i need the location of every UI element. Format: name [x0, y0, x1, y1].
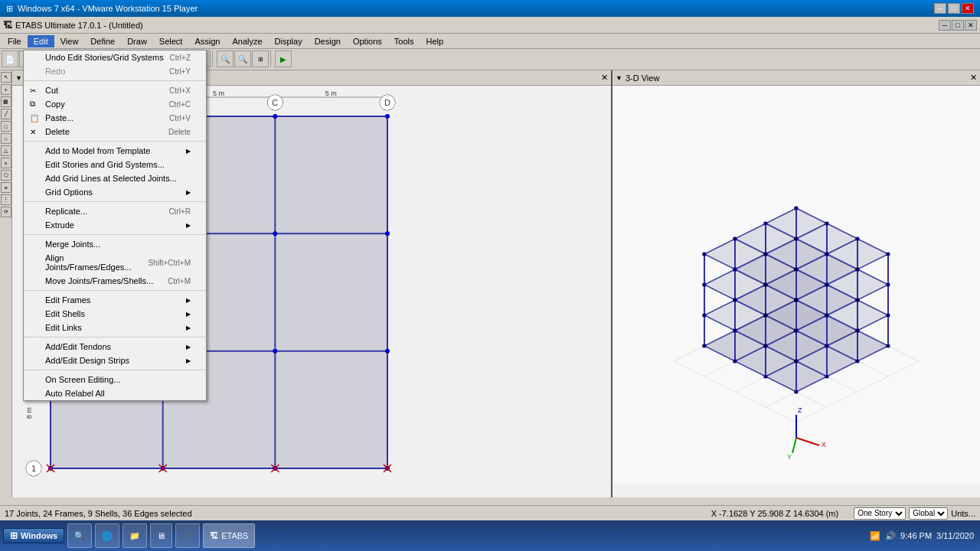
plan-view-close[interactable]: ✕ — [601, 73, 608, 83]
app-minimize-button[interactable]: ─ — [939, 20, 951, 31]
cm-replicate-label: Replicate... — [45, 207, 87, 216]
cm-copy-label: Copy — [45, 99, 65, 109]
cm-on-screen-editing[interactable]: On Screen Editing... — [24, 373, 206, 386]
cm-replicate-shortcut: Ctrl+R — [168, 207, 191, 216]
coord-sys-dropdown[interactable]: Global — [909, 507, 948, 520]
taskbar-search[interactable]: 🔍 — [67, 523, 92, 548]
cm-copy[interactable]: ⧉ Copy Ctrl+C — [24, 97, 206, 111]
left-tool-1[interactable]: ↖ — [1, 72, 11, 83]
minimize-button[interactable]: ─ — [934, 3, 946, 14]
cm-sep-2 — [24, 141, 206, 142]
cm-extrude[interactable]: Extrude ▶ — [24, 218, 206, 232]
app-controls[interactable]: ─ □ ✕ — [939, 20, 977, 31]
cm-add-tendons-label: Add/Edit Tendons — [45, 342, 111, 351]
cm-design-strips-arrow: ▶ — [186, 357, 191, 364]
cm-redo[interactable]: Redo Ctrl+Y — [24, 64, 206, 78]
story-dropdown[interactable]: One Story — [854, 507, 906, 520]
status-selection: 17 Joints, 24 Frames, 9 Shells, 36 Edges… — [5, 509, 192, 518]
plan-view-arrow-down[interactable]: ▼ — [15, 74, 22, 82]
cm-cut-shortcut: Ctrl+X — [169, 86, 191, 95]
left-tool-5[interactable]: □ — [1, 121, 11, 132]
menu-select[interactable]: Select — [153, 35, 189, 47]
cm-edit-shells[interactable]: Edit Shells ▶ — [24, 307, 206, 321]
cm-paste-shortcut: Ctrl+V — [169, 114, 191, 122]
cm-add-template[interactable]: Add to Model from Template ▶ — [24, 144, 206, 158]
cm-paste[interactable]: 📋 Paste... Ctrl+V — [24, 111, 206, 125]
cm-undo[interactable]: Undo Edit Stories/Grid Systems Ctrl+Z — [24, 51, 206, 64]
cm-merge-joints[interactable]: Merge Joints... — [24, 237, 206, 251]
title-bar-controls[interactable]: ─ □ ✕ — [934, 3, 974, 14]
cm-grid-options[interactable]: Grid Options ▶ — [24, 185, 206, 199]
cm-add-grid-lines[interactable]: Add Grid Lines at Selected Joints... — [24, 171, 206, 185]
cm-cut[interactable]: ✂ Cut Ctrl+X — [24, 83, 206, 97]
start-button[interactable]: ⊞ Windows — [3, 528, 64, 543]
cm-cut-label: Cut — [45, 86, 58, 95]
menu-view[interactable]: View — [54, 35, 85, 47]
menu-analyze[interactable]: Analyze — [226, 35, 268, 47]
cm-design-strips[interactable]: Add/Edit Design Strips ▶ — [24, 354, 206, 367]
maximize-button[interactable]: □ — [948, 3, 960, 14]
cm-edit-frames-arrow: ▶ — [186, 297, 191, 304]
left-tool-9[interactable]: ⬡ — [1, 170, 11, 181]
menu-display[interactable]: Display — [269, 35, 309, 47]
etabs-label: ETABS — [221, 531, 248, 540]
cm-delete[interactable]: ✕ Delete Delete — [24, 125, 206, 139]
cm-add-template-arrow: ▶ — [186, 148, 191, 155]
left-tool-10[interactable]: ≡ — [1, 182, 11, 193]
tray-volume: 🔊 — [885, 531, 896, 541]
menu-edit[interactable]: Edit — [28, 35, 54, 47]
left-tool-7[interactable]: △ — [1, 145, 11, 156]
cm-align-joints[interactable]: Align Joints/Frames/Edges... Shift+Ctrl+… — [24, 251, 206, 274]
left-tool-4[interactable]: ╱ — [1, 109, 11, 119]
app-close-button[interactable]: ✕ — [965, 20, 977, 31]
left-tool-8[interactable]: × — [1, 158, 11, 168]
close-button[interactable]: ✕ — [962, 3, 974, 14]
left-tool-2[interactable]: + — [1, 84, 11, 95]
left-tool-11[interactable]: ⋮ — [1, 194, 11, 205]
tb-new[interactable]: 📄 — [2, 51, 18, 67]
cm-undo-shortcut: Ctrl+Z — [170, 54, 191, 62]
left-tool-12[interactable]: ⟳ — [1, 207, 11, 217]
menu-file[interactable]: File — [2, 35, 28, 47]
menu-assign[interactable]: Assign — [188, 35, 226, 47]
menu-tools[interactable]: Tools — [388, 35, 420, 47]
taskbar: ⊞ Windows 🔍 🌐 📁 🖥 🎵 🏗 ETABS 📶 🔊 9:46 PM … — [0, 520, 980, 551]
sys-tray: 📶 🔊 9:46 PM 3/11/2020 — [870, 531, 977, 541]
cm-move-joints-label: Move Joints/Frames/Shells... — [45, 276, 153, 285]
windows-icon: ⊞ — [10, 530, 18, 541]
cm-extrude-label: Extrude — [45, 220, 74, 230]
cm-edit-links[interactable]: Edit Links ▶ — [24, 321, 206, 334]
taskbar-vmware[interactable]: 🖥 — [150, 523, 172, 548]
cm-move-joints[interactable]: Move Joints/Frames/Shells... Ctrl+M — [24, 274, 206, 288]
menu-options[interactable]: Options — [347, 35, 388, 47]
menu-define[interactable]: Define — [84, 35, 121, 47]
menu-design[interactable]: Design — [309, 35, 347, 47]
threed-view-arrow-down[interactable]: ▼ — [616, 74, 622, 82]
threed-canvas[interactable] — [612, 86, 980, 484]
context-menu: Undo Edit Stories/Grid Systems Ctrl+Z Re… — [23, 50, 207, 401]
left-tool-3[interactable]: ▦ — [1, 96, 11, 107]
cm-delete-icon: ✕ — [30, 128, 36, 136]
tb-zoom-fit[interactable]: ⊞ — [252, 51, 269, 67]
app-bar: 🏗 ETABS Ultimate 17.0.1 - (Untitled) ─ □… — [0, 17, 980, 34]
cm-grid-options-arrow: ▶ — [186, 189, 191, 196]
tb-run[interactable]: ▶ — [275, 51, 292, 67]
menu-help[interactable]: Help — [420, 35, 450, 47]
cm-edit-frames[interactable]: Edit Frames ▶ — [24, 293, 206, 307]
taskbar-etabs[interactable]: 🏗 ETABS — [203, 523, 255, 548]
taskbar-explorer[interactable]: 📁 — [122, 523, 147, 548]
cm-edit-stories[interactable]: Edit Stories and Grid Systems... — [24, 158, 206, 171]
status-coords: X -7.1628 Y 25.908 Z 14.6304 (m) — [711, 509, 839, 518]
threed-view-close[interactable]: ✕ — [970, 73, 977, 83]
tb-zoom-out[interactable]: 🔍 — [234, 51, 251, 67]
tb-zoom-in[interactable]: 🔍 — [217, 51, 234, 67]
cm-add-tendons[interactable]: Add/Edit Tendons ▶ — [24, 340, 206, 354]
taskbar-app1[interactable]: 🎵 — [175, 523, 200, 548]
cm-replicate[interactable]: Replicate... Ctrl+R — [24, 204, 206, 218]
taskbar-ie[interactable]: 🌐 — [95, 523, 119, 548]
cm-auto-relabel[interactable]: Auto Relabel All — [24, 386, 206, 400]
menu-draw[interactable]: Draw — [121, 35, 153, 47]
app-restore-button[interactable]: □ — [952, 20, 964, 31]
left-tool-6[interactable]: ○ — [1, 133, 11, 144]
tray-date: 3/11/2020 — [936, 531, 974, 540]
